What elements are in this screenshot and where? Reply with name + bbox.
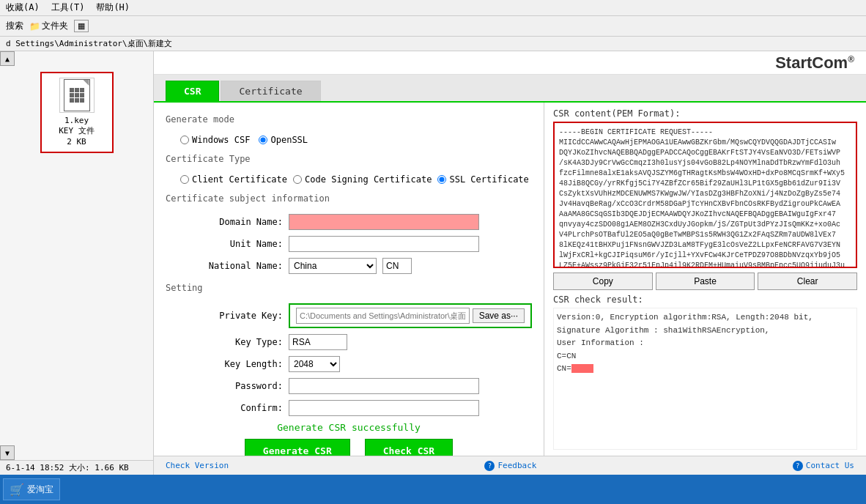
file-icon (59, 78, 95, 113)
private-key-row: Private Key: Save as··· (166, 303, 532, 328)
windows-csf-radio[interactable] (180, 136, 189, 144)
bottom-bar: Check Version ? Feedback ? Contact Us (154, 456, 866, 475)
form-left: Generate mode Windows CSF OpenSSL (154, 103, 544, 456)
csr-title: CSR content(PEM Format): (553, 108, 857, 119)
folder-label: 文件夹 (42, 20, 68, 32)
check-csr-button[interactable]: Check CSR (365, 439, 453, 456)
contact-us-link[interactable]: ? Contact Us (793, 461, 854, 471)
file-name-label: 1.key KEY 文件 2 KB (59, 116, 95, 147)
key-grid (70, 88, 84, 103)
key-type-row: Key Type: (166, 334, 532, 350)
generate-mode-options: Windows CSF OpenSSL (166, 135, 532, 145)
sidebar-status: 6-1-14 18:52 大小: 1.66 KB (0, 460, 153, 475)
domain-name-label: Domain Name: (180, 217, 283, 227)
csr-paste-button[interactable]: Paste (656, 273, 755, 290)
confirm-input[interactable] (289, 400, 479, 416)
menu-bar: 收藏(A) 工具(T) 帮助(H) (0, 0, 866, 16)
menu-item-help[interactable]: 帮助(H) (96, 1, 130, 14)
setting-title: Setting (166, 283, 203, 293)
sidebar-bottom (0, 387, 153, 445)
generate-mode-radio-group: Windows CSF OpenSSL (180, 135, 308, 145)
private-key-label: Private Key: (180, 311, 283, 321)
country-code-input[interactable] (382, 258, 412, 274)
cert-subject-title: Certificate subject information (166, 193, 330, 204)
right-area: StartCom® CSR Certificate Generate mode (154, 51, 866, 475)
generate-csr-button[interactable]: Generate CSR (245, 439, 350, 456)
private-key-path-input[interactable] (296, 308, 470, 324)
app-logo: StartCom® (775, 53, 854, 73)
folder-icon: 📁 (29, 21, 40, 32)
tab-bar: CSR Certificate (154, 75, 866, 103)
feedback-icon: ? (484, 461, 495, 471)
check-version-link[interactable]: Check Version (166, 461, 229, 470)
folder-button[interactable]: 📁 文件夹 (29, 20, 68, 32)
domain-name-input[interactable] (289, 214, 479, 230)
windows-csf-option[interactable]: Windows CSF (180, 135, 250, 145)
cert-type-options: Client Certificate Code Signing Certific… (166, 174, 532, 185)
cert-type-title: Certificate Type (166, 154, 251, 164)
view-button[interactable]: ▦ (74, 20, 89, 32)
nav-arrow-down[interactable]: ▼ (0, 445, 15, 460)
key-cell (80, 93, 84, 97)
file-icon-inner (64, 79, 90, 111)
csr-check-title: CSR check result: (553, 294, 857, 305)
save-as-button[interactable]: Save as··· (473, 308, 525, 323)
national-name-row: National Name: China (166, 258, 532, 274)
password-row: Password: (166, 378, 532, 394)
unit-name-input[interactable] (289, 236, 479, 252)
confirm-label: Confirm: (180, 403, 283, 413)
csr-check-result: Version:0, Encryption algorithm:RSA, Len… (553, 308, 857, 450)
sidebar: ▲ (0, 51, 154, 475)
openssl-radio[interactable] (259, 136, 267, 144)
csr-buttons: Copy Paste Clear (553, 273, 857, 290)
path-bar: d Settings\Administrator\桌面\新建文 (0, 37, 866, 51)
form-area: Generate mode Windows CSF OpenSSL (154, 103, 866, 456)
openssl-option[interactable]: OpenSSL (259, 135, 308, 145)
csr-clear-button[interactable]: Clear (758, 273, 857, 290)
confirm-row: Confirm: (166, 400, 532, 416)
menu-item-tools[interactable]: 工具(T) (51, 1, 85, 14)
sidebar-nav-bottom: ▼ (0, 445, 153, 460)
key-length-row: Key Length: 2048 1024 4096 (166, 356, 532, 372)
feedback-link[interactable]: ? Feedback (484, 461, 536, 471)
menu-item-favorites[interactable]: 收藏(A) (6, 1, 40, 14)
key-cell (70, 98, 74, 103)
key-cell (80, 88, 84, 92)
success-message: Generate CSR successfully (166, 422, 532, 433)
client-cert-radio[interactable] (180, 175, 189, 184)
tab-csr[interactable]: CSR (166, 81, 219, 101)
key-length-label: Key Length: (180, 359, 283, 369)
action-buttons: Generate CSR Check CSR (166, 439, 532, 456)
file-icon-box: 1.key KEY 文件 2 KB (40, 72, 114, 153)
code-signing-radio[interactable] (293, 175, 302, 184)
key-cell (80, 98, 84, 103)
key-cell (70, 93, 74, 97)
nav-arrow-up[interactable]: ▲ (0, 51, 15, 66)
key-type-label: Key Type: (180, 337, 283, 347)
key-length-controls: 2048 1024 4096 (289, 356, 340, 372)
key-cell (75, 93, 79, 97)
ssl-cert-radio[interactable] (437, 175, 446, 184)
taobao-icon: 🛒 (10, 483, 24, 497)
key-cell (75, 98, 79, 103)
sidebar-nav: ▲ (0, 51, 153, 66)
national-name-select[interactable]: China (289, 258, 377, 274)
generate-mode-row: Generate mode (166, 111, 532, 129)
search-label: 搜索 (6, 20, 23, 32)
ssl-cert-option[interactable]: SSL Certificate (437, 174, 528, 185)
generate-mode-title: Generate mode (166, 114, 234, 125)
key-type-input[interactable] (289, 334, 347, 350)
domain-name-row: Domain Name: (166, 214, 532, 230)
redacted-cn (571, 364, 593, 373)
unit-name-label: Unit Name: (180, 239, 283, 249)
code-signing-option[interactable]: Code Signing Certificate (293, 174, 432, 185)
national-name-label: National Name: (180, 261, 283, 271)
contact-icon: ? (793, 461, 803, 471)
taskbar-taobao[interactable]: 🛒 爱淘宝 (3, 478, 60, 500)
csr-copy-button[interactable]: Copy (553, 273, 653, 290)
tab-certificate[interactable]: Certificate (221, 81, 320, 101)
password-input[interactable] (289, 378, 479, 394)
key-length-select[interactable]: 2048 1024 4096 (289, 356, 340, 372)
client-cert-option[interactable]: Client Certificate (180, 174, 287, 185)
private-key-box: Save as··· (289, 303, 532, 328)
